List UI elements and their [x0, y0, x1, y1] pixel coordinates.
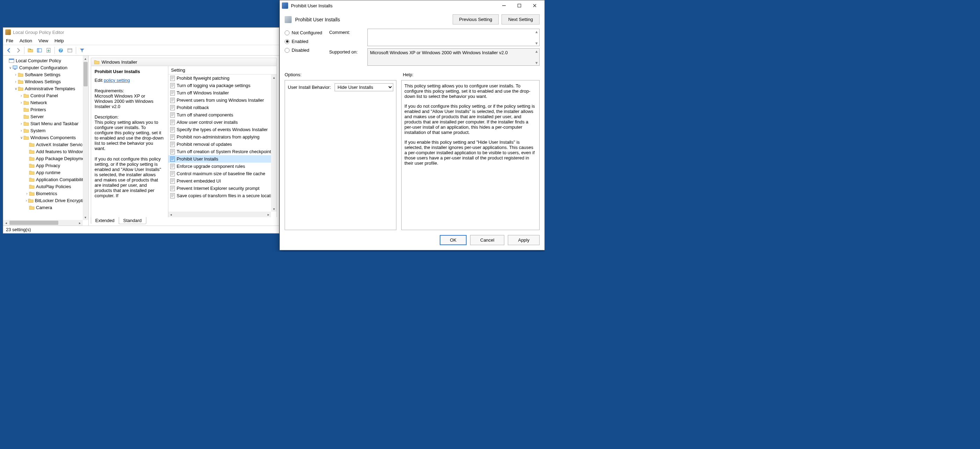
separator — [76, 47, 76, 54]
scroll-down-icon[interactable]: ▾ — [271, 206, 277, 212]
show-hide-tree-button[interactable] — [36, 46, 43, 54]
dialog-titlebar[interactable]: Prohibit User Installs — [280, 0, 544, 11]
tree-software-settings[interactable]: ›Software Settings — [3, 71, 88, 78]
radio-disabled[interactable]: Disabled — [285, 48, 322, 53]
edit-policy-link[interactable]: policy setting — [104, 78, 130, 83]
tree-app-package[interactable]: App Package Deployment — [3, 155, 88, 162]
tree-network[interactable]: ›Network — [3, 99, 88, 106]
list-scrollbar-h[interactable]: ◂ ▸ — [168, 212, 271, 217]
radio-icon — [285, 39, 290, 44]
list-item[interactable]: Specify the types of events Windows Inst… — [168, 126, 277, 133]
tree-windows-settings[interactable]: ›Windows Settings — [3, 78, 88, 85]
scroll-thumb[interactable] — [10, 221, 58, 225]
tree-root[interactable]: Local Computer Policy — [3, 57, 88, 64]
ok-button[interactable]: OK — [440, 235, 466, 245]
scroll-down-icon[interactable]: ▾ — [83, 214, 88, 220]
list-item[interactable]: Turn off Windows Installer — [168, 89, 277, 96]
tab-extended[interactable]: Extended — [91, 217, 119, 224]
tree-app-runtime[interactable]: App runtime — [3, 169, 88, 176]
list-item[interactable]: Prevent users from using Windows Install… — [168, 96, 277, 104]
tree-autoplay[interactable]: AutoPlay Policies — [3, 183, 88, 190]
scroll-right-icon[interactable]: ▸ — [77, 220, 83, 225]
list-item[interactable]: Prohibit rollback — [168, 104, 277, 111]
policy-icon — [170, 134, 175, 140]
filter-button[interactable] — [78, 46, 86, 54]
list-item[interactable]: Prohibit flyweight patching — [168, 75, 277, 82]
tree-computer-config[interactable]: ∨Computer Configuration — [3, 64, 88, 71]
column-header-setting[interactable]: Setting — [168, 66, 277, 75]
list-item[interactable]: Turn off shared components — [168, 111, 277, 118]
tree-app-privacy[interactable]: App Privacy — [3, 162, 88, 169]
menu-help[interactable]: Help — [54, 38, 64, 43]
scroll-up-icon[interactable]: ▴ — [535, 49, 538, 54]
policy-icon — [170, 156, 175, 162]
list-item[interactable]: Turn off creation of System Restore chec… — [168, 148, 277, 155]
folder-icon — [24, 107, 29, 112]
gpe-window: Local Group Policy Editor File Action Vi… — [3, 27, 279, 233]
tree-server[interactable]: Server — [3, 113, 88, 120]
list-item[interactable]: Enforce upgrade component rules — [168, 163, 277, 170]
list-item[interactable]: Prevent embedded UI — [168, 177, 277, 185]
radio-enabled[interactable]: Enabled — [285, 39, 322, 44]
tree-activex[interactable]: ActiveX Installer Service — [3, 141, 88, 148]
export-button[interactable] — [45, 46, 52, 54]
apply-button[interactable]: Apply — [508, 235, 539, 245]
toolbar: ? — [3, 45, 279, 56]
tree-printers[interactable]: Printers — [3, 106, 88, 113]
tree-bitlocker[interactable]: ›BitLocker Drive Encryption — [3, 197, 88, 204]
tree-system[interactable]: ›System — [3, 127, 88, 134]
tree-add-features[interactable]: Add features to Windows — [3, 148, 88, 155]
properties-button[interactable] — [66, 46, 74, 54]
computer-icon — [12, 65, 18, 70]
radio-not-configured[interactable]: Not Configured — [285, 30, 322, 35]
maximize-button[interactable] — [512, 1, 527, 11]
scroll-down-icon[interactable]: ▾ — [535, 41, 538, 46]
scroll-up-icon[interactable]: ▴ — [271, 75, 277, 80]
tab-standard[interactable]: Standard — [119, 217, 146, 224]
up-button[interactable] — [27, 46, 34, 54]
comment-input[interactable]: ▴▾ — [368, 29, 539, 46]
tree-control-panel[interactable]: ›Control Panel — [3, 92, 88, 99]
folder-icon — [18, 72, 24, 77]
user-install-behavior-select[interactable]: Hide User Installs — [334, 83, 393, 91]
list-item[interactable]: Control maximum size of baseline file ca… — [168, 170, 277, 177]
tree-camera[interactable]: Camera — [3, 204, 88, 211]
tree-app-compat[interactable]: Application Compatibility — [3, 176, 88, 183]
scroll-up-icon[interactable]: ▴ — [83, 56, 88, 61]
folder-icon — [29, 142, 35, 147]
scroll-up-icon[interactable]: ▴ — [535, 29, 538, 34]
scroll-thumb[interactable] — [83, 62, 88, 86]
help-button[interactable]: ? — [57, 46, 65, 54]
tree-admin-templates[interactable]: ∨Administrative Templates — [3, 85, 88, 92]
previous-setting-button[interactable]: Previous Setting — [453, 14, 499, 24]
list-item[interactable]: Allow user control over installs — [168, 118, 277, 126]
tree-start-menu[interactable]: ›Start Menu and Taskbar — [3, 120, 88, 127]
scroll-right-icon[interactable]: ▸ — [266, 212, 271, 217]
list-scrollbar-v[interactable]: ▴ ▾ — [271, 75, 277, 212]
tree-scrollbar-h[interactable]: ◂ ▸ — [3, 220, 83, 225]
close-button[interactable] — [527, 1, 542, 11]
menu-view[interactable]: View — [38, 38, 48, 43]
list-item[interactable]: Prohibit non-administrators from applyin… — [168, 133, 277, 141]
cancel-button[interactable]: Cancel — [470, 235, 504, 245]
scroll-down-icon[interactable]: ▾ — [535, 60, 538, 66]
minimize-button[interactable] — [496, 1, 512, 11]
description-text: This policy setting allows you to config… — [95, 120, 164, 151]
list-item[interactable]: Prohibit User Installs — [168, 155, 277, 163]
menu-file[interactable]: File — [6, 38, 13, 43]
next-setting-button[interactable]: Next Setting — [501, 14, 539, 24]
list-item[interactable]: Save copies of transform files in a secu… — [168, 192, 277, 199]
tree-scrollbar-v[interactable]: ▴ ▾ — [83, 56, 88, 220]
scroll-left-icon[interactable]: ◂ — [168, 212, 174, 217]
tree-windows-components[interactable]: ∨Windows Components — [3, 134, 88, 141]
gpe-titlebar[interactable]: Local Group Policy Editor — [3, 28, 279, 37]
list-item[interactable]: Turn off logging via package settings — [168, 82, 277, 89]
back-button[interactable] — [5, 46, 13, 54]
list-item[interactable]: Prevent Internet Explorer security promp… — [168, 185, 277, 192]
tree-biometrics[interactable]: ›Biometrics — [3, 190, 88, 197]
list-item[interactable]: Prohibit removal of updates — [168, 141, 277, 148]
scroll-left-icon[interactable]: ◂ — [3, 220, 9, 225]
menu-action[interactable]: Action — [19, 38, 32, 43]
tabs: Extended Standard — [91, 217, 277, 225]
forward-button[interactable] — [14, 46, 22, 54]
